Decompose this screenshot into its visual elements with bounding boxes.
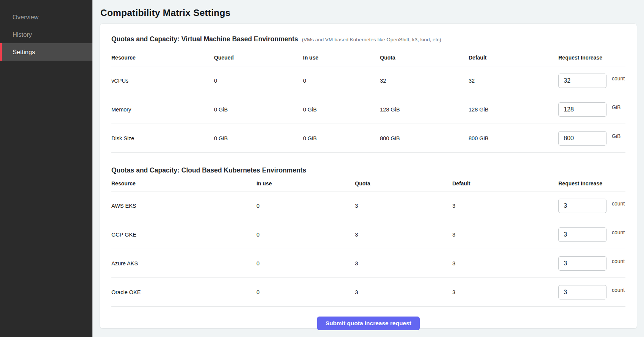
column-header-in-use: In use [256,180,355,191]
sidebar-item-label: Settings [13,49,35,56]
column-header-request-increase: Request Increase [558,55,625,66]
table-row-memory: Memory 0 GiB 0 GiB 128 GiB 128 GiB GiB [111,95,625,124]
quota-value: 32 [380,66,469,95]
table-row-azure-aks: Azure AKS 0 3 3 count [111,249,625,278]
azure-aks-request-input[interactable] [558,256,606,271]
memory-request-input[interactable] [558,102,606,117]
cloud-quotas-section: Quotas and Capacity: Cloud Based Kuberne… [111,166,625,307]
request-increase-group: GiB [558,131,625,146]
column-header-resource: Resource [111,55,214,66]
queued-value: 0 [214,66,303,95]
unit-label: count [612,229,625,235]
quota-value: 3 [355,278,452,307]
resource-name: vCPUs [111,66,214,95]
request-increase-group: count [558,199,625,213]
resource-name: Disk Size [111,124,214,153]
default-value: 3 [452,220,558,249]
in-use-value: 0 [303,66,380,95]
sidebar-item-label: History [13,31,32,38]
in-use-value: 0 [256,249,355,278]
request-increase-group: count [558,74,625,88]
submit-quota-increase-button[interactable]: Submit quota increase request [317,317,420,330]
column-header-resource: Resource [111,180,256,191]
resource-name: AWS EKS [111,191,256,220]
quota-value: 3 [355,220,452,249]
table-row-oracle-oke: Oracle OKE 0 3 3 count [111,278,625,307]
quota-value: 3 [355,191,452,220]
cloud-section-title: Quotas and Capacity: Cloud Based Kuberne… [111,166,306,174]
sidebar-item-overview[interactable]: Overview [0,8,92,26]
default-value: 32 [469,66,558,95]
submit-row: Submit quota increase request [111,317,625,330]
request-increase-group: count [558,256,625,271]
column-header-quota: Quota [355,180,452,191]
unit-label: GiB [612,133,621,139]
sidebar-item-label: Overview [13,14,39,21]
table-row-vcpus: vCPUs 0 0 32 32 count [111,66,625,95]
unit-label: count [612,75,625,82]
queued-value: 0 GiB [214,95,303,124]
sidebar-item-history[interactable]: History [0,26,92,43]
column-header-quota: Quota [380,55,469,66]
main-content: Compatibility Matrix Settings Quotas and… [92,0,644,337]
in-use-value: 0 [256,220,355,249]
default-value: 3 [452,249,558,278]
column-header-default: Default [452,180,558,191]
disk-size-request-input[interactable] [558,131,606,146]
table-row-aws-eks: AWS EKS 0 3 3 count [111,191,625,220]
vm-section-title: Quotas and Capacity: Virtual Machine Bas… [111,35,298,43]
vm-section-header: Quotas and Capacity: Virtual Machine Bas… [111,35,625,43]
in-use-value: 0 [256,191,355,220]
page-title: Compatibility Matrix Settings [100,8,637,18]
default-value: 3 [452,191,558,220]
default-value: 128 GiB [469,95,558,124]
sidebar-item-settings[interactable]: Settings [0,43,92,61]
sidebar: Overview History Settings [0,0,92,337]
default-value: 800 GiB [469,124,558,153]
resource-name: Memory [111,95,214,124]
unit-label: count [612,258,625,264]
in-use-value: 0 GiB [303,95,380,124]
vcpus-request-input[interactable] [558,74,606,88]
vm-table-header-row: Resource Queued In use Quota Default Req… [111,55,625,66]
column-header-queued: Queued [214,55,303,66]
column-header-request-increase: Request Increase [558,180,625,191]
settings-card: Quotas and Capacity: Virtual Machine Bas… [100,24,637,329]
cloud-section-header: Quotas and Capacity: Cloud Based Kuberne… [111,166,625,174]
resource-name: Oracle OKE [111,278,256,307]
unit-label: GiB [612,104,621,110]
column-header-default: Default [469,55,558,66]
queued-value: 0 GiB [214,124,303,153]
quota-value: 3 [355,249,452,278]
cloud-table-header-row: Resource In use Quota Default Request In… [111,180,625,191]
in-use-value: 0 GiB [303,124,380,153]
request-increase-group: count [558,285,625,299]
quota-value: 800 GiB [380,124,469,153]
resource-name: Azure AKS [111,249,256,278]
quota-value: 128 GiB [380,95,469,124]
column-header-in-use: In use [303,55,380,66]
default-value: 3 [452,278,558,307]
table-row-disk-size: Disk Size 0 GiB 0 GiB 800 GiB 800 GiB Gi… [111,124,625,153]
unit-label: count [612,201,625,207]
vm-quotas-section: Quotas and Capacity: Virtual Machine Bas… [111,35,625,153]
in-use-value: 0 [256,278,355,307]
resource-name: GCP GKE [111,220,256,249]
aws-eks-request-input[interactable] [558,199,606,213]
vm-section-subtitle: (VMs and VM-based Kubernetes like OpenSh… [302,37,441,42]
oracle-oke-request-input[interactable] [558,285,606,299]
vm-quotas-table: Resource Queued In use Quota Default Req… [111,55,625,153]
gcp-gke-request-input[interactable] [558,227,606,242]
cloud-quotas-table: Resource In use Quota Default Request In… [111,180,625,307]
table-row-gcp-gke: GCP GKE 0 3 3 count [111,220,625,249]
request-increase-group: count [558,227,625,242]
unit-label: count [612,287,625,293]
request-increase-group: GiB [558,102,625,117]
